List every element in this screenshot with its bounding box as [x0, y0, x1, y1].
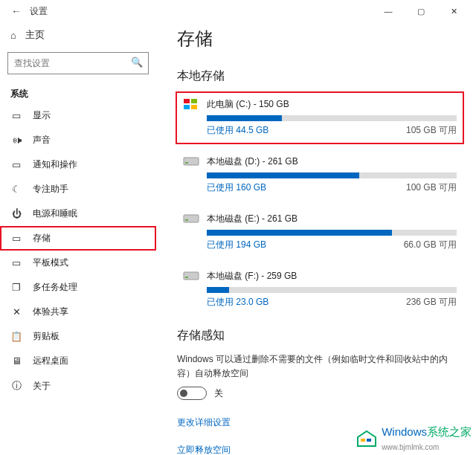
drive-icon	[183, 155, 199, 168]
sidebar-item[interactable]: ⓘ关于	[0, 373, 156, 398]
minimize-button[interactable]: —	[372, 0, 405, 22]
watermark-url: www.bjmlmk.com	[382, 443, 439, 451]
drive-item[interactable]: 此电脑 (C:) - 150 GB已使用 44.5 GB105 GB 可用	[177, 93, 463, 143]
sidebar-item[interactable]: ✕体验共享	[0, 300, 156, 324]
drive-free-label: 105 GB 可用	[406, 124, 457, 137]
svg-rect-5	[185, 162, 188, 164]
sidebar-item-icon: ▭	[10, 233, 22, 244]
sidebar-item-label: 声音	[33, 134, 51, 146]
sidebar-item-label: 关于	[33, 380, 51, 393]
sidebar-item-label: 电源和睡眠	[33, 207, 77, 220]
drive-item[interactable]: 本地磁盘 (E:) - 261 GB已使用 194 GB66.0 GB 可用	[177, 207, 463, 257]
sidebar-item-icon: 📋	[10, 331, 22, 342]
svg-rect-8	[184, 272, 199, 280]
sidebar-item-icon: ⏻	[10, 208, 22, 219]
drive-item[interactable]: 本地磁盘 (D:) - 261 GB已使用 160 GB100 GB 可用	[177, 150, 463, 200]
sidebar-home[interactable]: ⌂ 主页	[0, 22, 156, 49]
watermark-brand2: 系统之家	[427, 425, 472, 438]
svg-rect-3	[191, 105, 197, 109]
sidebar-item[interactable]: ▭通知和操作	[0, 152, 156, 177]
drive-usage-bar	[207, 230, 457, 236]
drive-usage-bar	[207, 172, 457, 178]
close-button[interactable]: ✕	[437, 0, 470, 22]
window-controls: — ▢ ✕	[372, 0, 470, 22]
drive-title: 本地磁盘 (D:) - 261 GB	[207, 155, 298, 168]
sidebar-item-label: 体验共享	[33, 306, 68, 318]
sidebar-item[interactable]: ▭存储	[0, 226, 156, 251]
drive-free-label: 236 GB 可用	[406, 296, 457, 309]
sidebar-item[interactable]: 🖥远程桌面	[0, 349, 156, 373]
drive-free-label: 66.0 GB 可用	[404, 239, 457, 251]
sidebar-item[interactable]: 🕪声音	[0, 128, 156, 152]
drive-used-label: 已使用 160 GB	[207, 181, 266, 194]
svg-rect-2	[184, 105, 190, 109]
sidebar-item[interactable]: ☾专注助手	[0, 177, 156, 201]
sidebar-item[interactable]: ▭平板模式	[0, 251, 156, 275]
svg-rect-7	[185, 219, 188, 221]
local-storage-header: 本地存储	[177, 68, 463, 84]
sidebar-item-label: 存储	[33, 232, 51, 245]
sidebar-item-icon: ❐	[10, 282, 22, 293]
sidebar-item-label: 剪贴板	[33, 330, 60, 343]
watermark: Windows系统之家 www.bjmlmk.com	[356, 425, 472, 452]
title-bar: ← 设置 — ▢ ✕	[0, 0, 476, 22]
sidebar-item-icon: ▭	[10, 110, 22, 121]
sidebar-item[interactable]: 📋剪贴板	[0, 324, 156, 349]
sidebar-item-icon: ▭	[10, 257, 22, 268]
sidebar-item[interactable]: ❐多任务处理	[0, 275, 156, 300]
drive-icon	[183, 212, 199, 225]
page-title: 存储	[177, 27, 463, 51]
drive-title: 本地磁盘 (F:) - 259 GB	[207, 270, 297, 283]
sidebar-item-label: 通知和操作	[33, 158, 77, 171]
sidebar-item[interactable]: ▭显示	[0, 103, 156, 128]
svg-rect-1	[191, 99, 197, 103]
sidebar-item-icon: 🕪	[10, 135, 22, 146]
storage-sense-toggle[interactable]	[177, 387, 207, 400]
sidebar-item-label: 显示	[33, 109, 51, 122]
storage-sense-toggle-row: 关	[177, 387, 463, 400]
watermark-logo-icon	[356, 430, 377, 448]
svg-rect-11	[361, 439, 365, 442]
svg-rect-9	[185, 277, 188, 278]
sidebar-item[interactable]: ⏻电源和睡眠	[0, 201, 156, 226]
sidebar-item-icon: ☾	[10, 184, 22, 195]
svg-rect-6	[184, 215, 199, 222]
sidebar-item-label: 专注助手	[33, 183, 68, 196]
sidebar-item-label: 多任务处理	[33, 281, 77, 294]
sidebar-item-icon: 🖥	[10, 355, 22, 367]
search-input[interactable]	[7, 52, 149, 74]
sidebar-item-icon: ⓘ	[10, 379, 22, 393]
storage-sense-header: 存储感知	[177, 328, 463, 343]
drive-icon	[183, 97, 199, 111]
maximize-button[interactable]: ▢	[405, 0, 437, 22]
svg-rect-0	[184, 99, 190, 103]
storage-sense-description: Windows 可以通过删除不需要的文件（例如临时文件和回收站中的内容）自动释放…	[177, 352, 463, 381]
drive-used-label: 已使用 194 GB	[207, 239, 266, 251]
drive-icon	[183, 269, 199, 283]
sidebar-home-label: 主页	[25, 28, 45, 42]
drive-free-label: 100 GB 可用	[406, 181, 457, 194]
drive-used-label: 已使用 44.5 GB	[207, 124, 268, 137]
drive-usage-bar	[207, 287, 457, 293]
svg-rect-4	[184, 158, 199, 165]
window-title: 设置	[30, 5, 48, 18]
sidebar: ⌂ 主页 🔍 系统 ▭显示🕪声音▭通知和操作☾专注助手⏻电源和睡眠▭存储▭平板模…	[0, 22, 156, 455]
sidebar-item-label: 平板模式	[33, 256, 68, 269]
content-area: 存储 本地存储 此电脑 (C:) - 150 GB已使用 44.5 GB105 …	[156, 22, 476, 455]
sidebar-group-header: 系统	[0, 82, 156, 103]
drive-title: 此电脑 (C:) - 150 GB	[207, 98, 289, 111]
sidebar-item-icon: ✕	[10, 306, 22, 317]
storage-sense-toggle-label: 关	[214, 387, 223, 400]
search-container: 🔍	[7, 52, 149, 74]
sidebar-item-label: 远程桌面	[33, 355, 68, 367]
svg-rect-12	[367, 439, 371, 442]
sidebar-nav-list: ▭显示🕪声音▭通知和操作☾专注助手⏻电源和睡眠▭存储▭平板模式❐多任务处理✕体验…	[0, 103, 156, 398]
drive-title: 本地磁盘 (E:) - 261 GB	[207, 213, 298, 225]
back-button[interactable]: ←	[6, 5, 27, 17]
drive-list: 此电脑 (C:) - 150 GB已使用 44.5 GB105 GB 可用本地磁…	[177, 93, 463, 314]
drive-item[interactable]: 本地磁盘 (F:) - 259 GB已使用 23.0 GB236 GB 可用	[177, 265, 463, 314]
watermark-brand: Windows	[382, 425, 427, 438]
drive-used-label: 已使用 23.0 GB	[207, 296, 268, 309]
search-icon: 🔍	[131, 57, 143, 68]
home-icon: ⌂	[10, 30, 16, 41]
